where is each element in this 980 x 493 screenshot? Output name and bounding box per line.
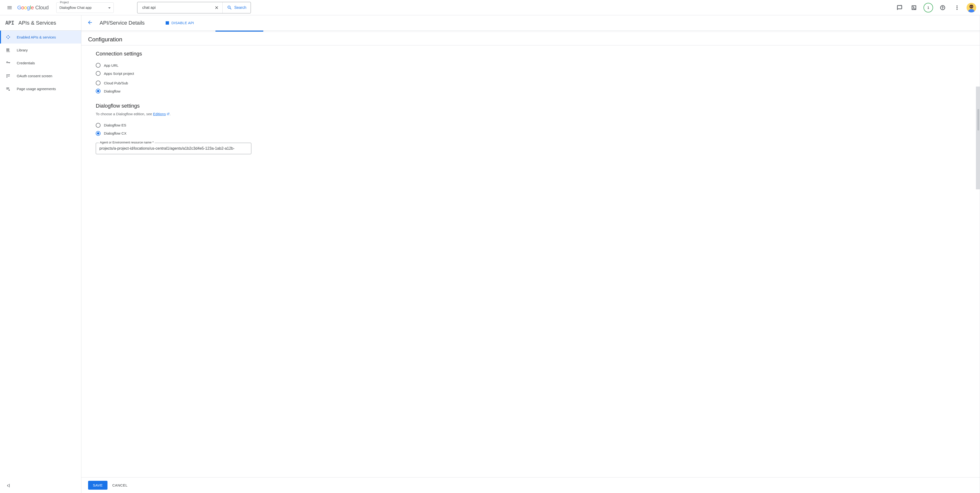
library-icon	[5, 48, 11, 52]
link-label: Editions	[153, 112, 165, 116]
sidebar-item-library[interactable]: Library	[0, 43, 81, 56]
cloud-shell-button[interactable]	[909, 3, 919, 13]
sidebar-item-page-usage[interactable]: Page usage agreements	[0, 82, 81, 95]
disable-api-label: DISABLE API	[172, 21, 194, 25]
helper-text-suffix: .	[170, 112, 171, 116]
project-selector-label: Project	[59, 1, 70, 4]
sidebar-item-label: Library	[17, 48, 28, 52]
radio-icon	[96, 81, 100, 86]
svg-point-6	[970, 6, 971, 7]
diamond-icon	[5, 35, 11, 40]
divider	[81, 45, 980, 46]
close-icon	[214, 5, 219, 10]
topbar: Google Cloud Project Dialogflow Chat app…	[0, 0, 980, 15]
search-input[interactable]	[137, 5, 211, 10]
connection-option-app-url[interactable]: App URL	[96, 61, 973, 69]
sidebar-item-enabled-apis[interactable]: Enabled APIs & services	[0, 31, 81, 43]
agreements-icon	[5, 86, 11, 91]
radio-label: Dialogflow CX	[104, 131, 126, 135]
agent-resource-field[interactable]: Agent or Environment resource name *	[96, 143, 251, 154]
chat-icon	[897, 5, 902, 11]
connection-settings-heading: Connection settings	[96, 51, 973, 57]
logo-cloud-text: Cloud	[35, 5, 49, 11]
sidebar-item-label: Enabled APIs & services	[17, 35, 56, 39]
chevron-left-icon	[5, 483, 11, 488]
sidebar-item-label: Page usage agreements	[17, 87, 56, 91]
radio-label: Dialogflow	[104, 89, 120, 93]
radio-label: Dialogflow ES	[104, 123, 126, 127]
radio-label: Apps Script project	[104, 71, 134, 76]
arrow-back-icon	[87, 20, 93, 25]
radio-label: Cloud Pub/Sub	[104, 81, 128, 85]
dialogflow-settings-heading: Dialogflow settings	[96, 103, 973, 109]
topbar-actions: 1	[895, 3, 976, 13]
terminal-icon	[911, 5, 917, 11]
dialogflow-option-es[interactable]: Dialogflow ES	[96, 121, 973, 129]
dropdown-icon	[108, 5, 111, 10]
svg-point-2	[956, 9, 958, 10]
radio-icon	[96, 71, 100, 76]
disable-api-button[interactable]: DISABLE API	[165, 21, 194, 25]
more-options-button[interactable]	[952, 3, 962, 13]
save-button[interactable]: SAVE	[88, 481, 108, 490]
radio-icon	[96, 131, 100, 136]
field-label: Agent or Environment resource name *	[99, 141, 154, 144]
sidebar-item-credentials[interactable]: Credentials	[0, 56, 81, 69]
search-box: Search	[137, 2, 251, 13]
main-panel: API/Service Details DISABLE API Configur…	[81, 15, 980, 493]
editions-link[interactable]: Editions	[153, 112, 165, 116]
more-vert-icon	[954, 5, 960, 11]
helper-text-prefix: To choose a Dialogflow edition, see	[96, 112, 153, 116]
menu-icon	[7, 5, 13, 11]
search-icon	[227, 5, 232, 10]
back-button[interactable]	[87, 20, 93, 26]
search-button[interactable]: Search	[223, 2, 251, 13]
stop-icon	[165, 21, 169, 25]
radio-label: App URL	[104, 63, 118, 67]
radio-icon	[96, 89, 100, 94]
clear-search-button[interactable]	[211, 5, 223, 10]
avatar-icon	[967, 3, 976, 13]
project-selector-value: Dialogflow Chat app	[59, 5, 91, 10]
form-footer: SAVE CANCEL	[81, 477, 980, 493]
content-area: Configuration Connection settings App UR…	[81, 32, 980, 477]
collapse-sidebar-button[interactable]	[5, 483, 11, 489]
hamburger-menu-button[interactable]	[4, 2, 15, 13]
radio-icon	[96, 63, 100, 68]
page-title: API/Service Details	[100, 20, 145, 26]
external-link-icon	[166, 113, 170, 116]
api-icon: API	[5, 20, 14, 26]
scrollbar-track	[976, 15, 980, 493]
notification-count: 1	[928, 5, 929, 10]
consent-icon	[5, 73, 11, 78]
project-selector[interactable]: Project Dialogflow Chat app	[56, 2, 114, 13]
configuration-heading: Configuration	[88, 36, 973, 43]
scrollbar-thumb-outer[interactable]	[976, 87, 980, 189]
radio-icon	[96, 123, 100, 128]
feedback-button[interactable]	[895, 3, 904, 13]
account-avatar[interactable]	[967, 3, 976, 13]
connection-option-pubsub[interactable]: Cloud Pub/Sub	[96, 79, 973, 87]
main-header: API/Service Details DISABLE API	[81, 15, 980, 31]
help-icon	[940, 5, 945, 11]
notifications-button[interactable]: 1	[924, 3, 933, 13]
key-icon	[5, 60, 11, 65]
agent-resource-input[interactable]	[99, 146, 248, 151]
sidebar: API APIs & Services Enabled APIs & servi…	[0, 15, 81, 493]
dialogflow-option-cx[interactable]: Dialogflow CX	[96, 129, 973, 138]
google-cloud-logo[interactable]: Google Cloud	[17, 5, 49, 11]
sidebar-title: APIs & Services	[18, 20, 56, 26]
svg-point-0	[956, 5, 958, 6]
sidebar-header[interactable]: API APIs & Services	[0, 15, 81, 31]
sidebar-item-oauth[interactable]: OAuth consent screen	[0, 69, 81, 82]
connection-option-apps-script[interactable]: Apps Script project	[96, 69, 973, 78]
svg-point-1	[956, 7, 958, 8]
connection-option-dialogflow[interactable]: Dialogflow	[96, 87, 973, 95]
cancel-button[interactable]: CANCEL	[112, 483, 127, 487]
search-button-label: Search	[234, 5, 246, 10]
help-button[interactable]	[938, 3, 947, 13]
sidebar-item-label: OAuth consent screen	[17, 74, 52, 78]
sidebar-item-label: Credentials	[17, 61, 35, 65]
scrollbar-thumb-inner[interactable]	[977, 109, 979, 130]
dialogflow-helper-text: To choose a Dialogflow edition, see Edit…	[96, 112, 973, 116]
